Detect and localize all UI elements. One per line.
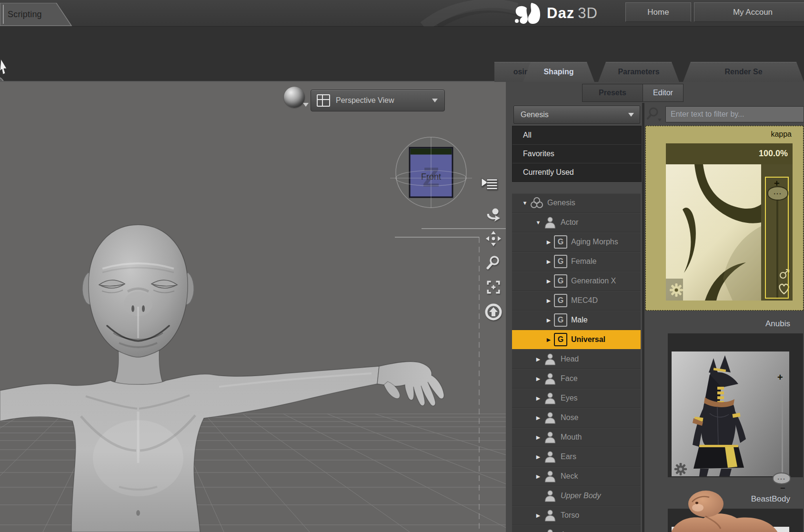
expand-arrow-icon[interactable]: ▶	[545, 317, 552, 323]
window-pane-icon	[317, 94, 330, 107]
anubis-increment-label[interactable]: +	[777, 372, 783, 382]
person-icon	[543, 352, 557, 366]
orbit-camera-button[interactable]	[482, 204, 504, 226]
subtab-presets[interactable]: Presets	[583, 84, 643, 101]
tree-item-label: Eyes	[561, 394, 578, 402]
tree-item-arms[interactable]: ▶Arms	[512, 525, 641, 532]
person-icon	[543, 489, 557, 502]
expand-arrow-icon[interactable]: ▶	[545, 259, 552, 265]
anubis-slider-track[interactable]	[782, 385, 783, 473]
expand-arrow-icon[interactable]: ▶	[535, 376, 542, 382]
3d-viewport[interactable]: Z Front Perspective View	[0, 81, 506, 532]
tree-item-female[interactable]: ▶GFemale	[512, 252, 641, 271]
genesis-morph-icon: G	[554, 313, 567, 327]
drawstyle-caret-icon[interactable]	[303, 103, 309, 107]
tree-item-universal[interactable]: ▶GUniversal	[512, 330, 641, 350]
drawstyle-sphere-button[interactable]	[284, 87, 305, 108]
expand-arrow-icon[interactable]: ▶	[535, 415, 542, 421]
tab-render-settings[interactable]: Render Se	[683, 62, 804, 82]
expand-arrow-icon[interactable]: ▶	[545, 278, 552, 284]
camera-view-dropdown[interactable]: Perspective View	[311, 90, 445, 111]
quick-filter-favorites[interactable]: Favorites	[513, 145, 641, 163]
anubis-figure-art	[672, 351, 789, 476]
kappa-claw-art	[666, 164, 761, 301]
search-icon[interactable]	[646, 106, 664, 123]
expand-arrow-icon[interactable]: ▶	[535, 395, 542, 402]
tree-item-ears[interactable]: ▶Ears	[512, 447, 641, 467]
right-dock-panel: osing Shaping Parameters Render Se Prese…	[506, 57, 804, 532]
my-account-button-label: My Accoun	[733, 8, 773, 17]
tab-render-settings-label: Render Se	[724, 68, 762, 76]
figure-dropdown-caret-icon	[628, 113, 634, 117]
tree-item-mec4d[interactable]: ▶GMEC4D	[512, 291, 641, 311]
home-button[interactable]: Home	[625, 2, 691, 22]
anubis-card-title: Anubis	[645, 319, 804, 329]
aim-camera-button[interactable]	[482, 301, 504, 323]
genesis-figure-icon	[530, 196, 543, 210]
tree-item-aging-morphs[interactable]: ▶GAging Morphs	[512, 232, 641, 252]
tree-item-face[interactable]: ▶Face	[512, 369, 641, 389]
quick-filter-currently-used[interactable]: Currently Used	[513, 163, 641, 181]
expand-arrow-icon[interactable]: ▶	[545, 337, 552, 343]
expand-arrow-icon[interactable]: ▶	[535, 512, 542, 519]
person-icon	[543, 216, 557, 229]
quick-filter-all[interactable]: All	[513, 126, 641, 145]
collapse-arrow-icon[interactable]: ▼	[522, 200, 528, 206]
quick-filter-label: Currently Used	[523, 168, 574, 177]
tree-item-generation-x[interactable]: ▶GGeneration X	[512, 271, 641, 291]
kappa-figure-model[interactable]	[0, 225, 444, 532]
morph-card-kappa[interactable]: kappa 100.0%	[645, 126, 804, 311]
expand-arrow-icon[interactable]: ▶	[535, 454, 542, 460]
tab-parameters[interactable]: Parameters	[598, 62, 679, 82]
figure-select-dropdown[interactable]: Genesis	[513, 106, 640, 124]
tree-item-male[interactable]: ▶GMale	[512, 311, 641, 330]
tree-item-label: Nose	[561, 413, 578, 422]
quick-filter-list: AllFavoritesCurrently Used	[512, 126, 642, 182]
tree-item-neck[interactable]: ▶Neck	[512, 467, 641, 486]
my-account-button[interactable]: My Accoun	[694, 2, 804, 22]
kappa-slider-knob[interactable]: ...	[767, 186, 788, 201]
person-icon	[543, 391, 557, 405]
morph-card-anubis[interactable]: + ... −	[668, 333, 803, 477]
kappa-thumbnail	[666, 164, 761, 301]
tree-item-label: Universal	[571, 335, 605, 344]
frame-selection-button[interactable]	[482, 276, 504, 298]
filter-search-input[interactable]	[665, 106, 804, 122]
expand-arrow-icon[interactable]: ▶	[535, 434, 542, 441]
tree-item-genesis[interactable]: ▼Genesis	[512, 193, 641, 213]
view-orientation-gizmo[interactable]: Z Front	[388, 130, 474, 215]
gear-icon[interactable]	[673, 462, 688, 476]
viewport-options-icon[interactable]	[480, 175, 499, 192]
tree-item-mouth[interactable]: ▶Mouth	[512, 428, 641, 447]
zoom-camera-button[interactable]	[482, 251, 504, 273]
tree-item-torso[interactable]: ▶Torso	[512, 506, 641, 525]
gear-icon[interactable]	[669, 282, 684, 298]
tree-item-actor[interactable]: ▼Actor	[512, 213, 641, 232]
expand-arrow-icon[interactable]: ▶	[545, 298, 552, 304]
genesis-morph-icon: G	[554, 235, 567, 249]
anubis-slider-knob[interactable]: ...	[773, 472, 791, 484]
tree-item-label: Mouth	[561, 433, 582, 442]
kappa-slider[interactable]: + ...	[765, 177, 789, 299]
expand-arrow-icon[interactable]: ▶	[535, 356, 542, 362]
tree-item-head[interactable]: ▶Head	[512, 350, 641, 369]
tree-item-label: Upper Body	[561, 492, 601, 500]
tree-item-eyes[interactable]: ▶Eyes	[512, 389, 641, 408]
tree-item-label: Torso	[561, 511, 579, 520]
expand-arrow-icon[interactable]: ▶	[545, 239, 552, 245]
tree-item-upper-body[interactable]: Upper Body	[512, 486, 641, 506]
collapse-arrow-icon[interactable]: ▼	[535, 220, 542, 225]
anubis-decrement-label[interactable]: −	[780, 484, 785, 492]
genesis-morph-icon: G	[554, 274, 567, 288]
tree-item-nose[interactable]: ▶Nose	[512, 408, 641, 428]
panel-column-divider[interactable]	[642, 103, 644, 532]
tab-shaping[interactable]: Shaping	[523, 62, 594, 82]
tab-parameters-label: Parameters	[618, 68, 659, 76]
home-button-label: Home	[647, 8, 669, 17]
genesis-morph-icon: G	[554, 333, 567, 346]
tree-item-label: Aging Morphs	[571, 238, 618, 246]
pan-camera-button[interactable]	[482, 228, 504, 250]
kappa-slider-track[interactable]	[776, 199, 778, 298]
expand-arrow-icon[interactable]: ▶	[535, 473, 542, 480]
subtab-editor[interactable]: Editor	[643, 84, 683, 101]
